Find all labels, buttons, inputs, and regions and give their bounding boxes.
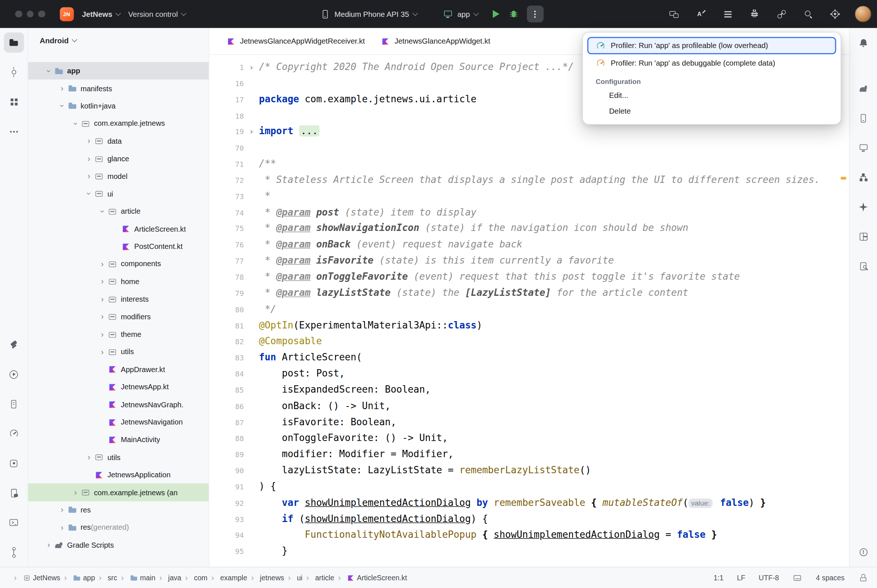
tree-item[interactable]: JetnewsNavigation [28, 414, 208, 431]
resource-manager-button[interactable] [4, 92, 24, 112]
line-number[interactable]: 87 [209, 415, 244, 431]
code-line[interactable]: 82@Composable [209, 333, 849, 350]
tree-item[interactable]: theme [28, 326, 208, 343]
popup-menu-item[interactable]: Profiler: Run 'app' as profileable (low … [588, 37, 836, 54]
code-line[interactable]: 83fun ArticleScreen( [209, 350, 849, 366]
code-line[interactable]: 87 isFavorite: Boolean, [209, 414, 849, 430]
breadcrumb-item[interactable]: › com [181, 573, 207, 582]
notifications-button[interactable] [853, 33, 873, 53]
breadcrumb-item[interactable]: › main [117, 573, 156, 582]
code-line[interactable]: 70 [209, 139, 849, 155]
expand-chevron-icon[interactable] [43, 67, 54, 75]
tree-item[interactable]: modifiers [28, 308, 208, 326]
line-number[interactable]: 90 [209, 464, 244, 480]
search-everywhere-button[interactable] [802, 8, 815, 20]
build-tool-button[interactable] [4, 335, 24, 355]
editor-tab[interactable]: JetnewsGlanceAppWidget.kt [372, 28, 498, 54]
tree-item[interactable]: AppDrawer.kt [28, 361, 208, 378]
tree-item[interactable]: model [28, 168, 208, 185]
run-tool-button[interactable] [4, 364, 24, 384]
terminal-tool-button[interactable] [4, 513, 24, 532]
line-number[interactable]: 73 [209, 189, 244, 205]
line-number[interactable]: 92 [209, 496, 244, 512]
indent-widget[interactable]: 4 spaces [816, 573, 844, 582]
scrollbar-warning-marker[interactable] [841, 177, 846, 180]
code-line[interactable]: 93 if (showUnimplementedActionDialog) { [209, 511, 849, 527]
tree-item[interactable]: data [28, 132, 208, 150]
line-number[interactable]: 16 [209, 76, 244, 92]
breadcrumb-item[interactable]: › src [95, 573, 117, 582]
line-number[interactable]: 88 [209, 431, 244, 447]
tree-item[interactable]: JetnewsNavGraph. [28, 396, 208, 414]
cursor-position-widget[interactable]: 1:1 [714, 573, 723, 582]
code-line[interactable]: 89 modifier: Modifier = Modifier, [209, 446, 849, 462]
code-line[interactable]: 75 * @param showNavigationIcon (state) i… [209, 220, 849, 236]
code-line[interactable]: 19›import ... [209, 123, 849, 139]
gradle-tool-button[interactable] [853, 78, 873, 99]
expand-chevron-icon[interactable] [84, 155, 94, 162]
code-line[interactable]: 77 * @param isFavorite (state) is this i… [209, 252, 849, 268]
code-viewport[interactable]: 1›/* Copyright 2020 The Android Open Sou… [209, 55, 849, 567]
line-number[interactable]: 77 [209, 254, 244, 270]
version-control-button[interactable] [4, 542, 24, 562]
line-number[interactable]: 91 [209, 480, 244, 496]
code-line[interactable]: 84 post: Post, [209, 366, 849, 382]
code-line[interactable]: 79 * @param lazyListState (state) the [L… [209, 285, 849, 301]
code-line[interactable]: 90 lazyListState: LazyListState = rememb… [209, 462, 849, 478]
breadcrumb-item[interactable]: › jetnews [247, 573, 284, 582]
breadcrumb-item[interactable]: › article [303, 573, 334, 582]
code-line[interactable]: 71/** [209, 155, 849, 171]
tree-item[interactable]: MainActivity [28, 431, 208, 448]
line-number[interactable]: 86 [209, 399, 244, 415]
device-mirroring-button[interactable] [668, 8, 680, 20]
more-run-options-button[interactable] [526, 6, 543, 22]
code-line[interactable]: 81@OptIn(ExperimentalMaterial3Api::class… [209, 317, 849, 333]
expand-chevron-icon[interactable] [84, 453, 94, 461]
code-line[interactable]: 80 */ [209, 301, 849, 317]
expand-chevron-icon[interactable] [57, 506, 67, 514]
code-line[interactable]: 91) { [209, 478, 849, 495]
app-inspection-button[interactable] [4, 453, 24, 473]
tree-item[interactable]: app [28, 62, 208, 80]
expand-chevron-icon[interactable] [97, 330, 107, 338]
project-view-selector[interactable]: Android [28, 28, 208, 52]
line-separator-widget[interactable]: LF [737, 573, 745, 582]
tree-item[interactable]: utils [28, 343, 208, 361]
device-manager-button[interactable] [853, 108, 873, 128]
encoding-widget[interactable]: UTF-8 [759, 573, 779, 582]
tree-item[interactable]: Gradle Scripts [28, 536, 208, 554]
tree-item[interactable]: manifests [28, 80, 208, 97]
line-number[interactable]: 75 [209, 221, 244, 237]
expand-chevron-icon[interactable] [97, 313, 107, 320]
expand-chevron-icon[interactable] [97, 278, 107, 286]
breadcrumb-item[interactable]: › JetNews [10, 573, 60, 582]
run-button[interactable] [492, 10, 499, 18]
line-number[interactable]: 1 [209, 60, 244, 76]
line-number[interactable]: 17 [209, 92, 244, 108]
breadcrumb-item[interactable]: › app [60, 573, 95, 582]
popup-menu-item[interactable]: Profiler: Run 'app' as debuggable (compl… [588, 54, 836, 72]
expand-chevron-icon[interactable] [57, 85, 67, 92]
project-tool-button[interactable] [4, 33, 24, 53]
readonly-lock-icon[interactable] [858, 573, 868, 582]
debug-button[interactable] [509, 10, 518, 18]
code-line[interactable]: 76 * @param onBack (event) request navig… [209, 236, 849, 252]
tree-item[interactable]: res [28, 501, 208, 519]
tree-item[interactable]: interests [28, 290, 208, 308]
line-number[interactable]: 74 [209, 205, 244, 221]
expand-chevron-icon[interactable] [97, 207, 107, 215]
code-line[interactable]: 85 isExpandedScreen: Boolean, [209, 382, 849, 398]
tree-item[interactable]: components [28, 255, 208, 273]
fold-indicator-icon[interactable]: › [244, 59, 259, 75]
line-number[interactable]: 84 [209, 367, 244, 383]
zoom-button[interactable] [38, 10, 45, 18]
device-explorer-button[interactable] [4, 483, 24, 503]
line-number[interactable]: 89 [209, 447, 244, 464]
tree-item[interactable]: com.example.jetnews [28, 115, 208, 132]
tree-item[interactable]: res (generated) [28, 519, 208, 536]
app-quality-insights-button[interactable] [853, 256, 873, 276]
user-avatar[interactable] [855, 6, 871, 22]
status-widget-icon[interactable] [792, 573, 802, 582]
line-number[interactable]: 85 [209, 383, 244, 399]
line-number[interactable]: 80 [209, 302, 244, 318]
